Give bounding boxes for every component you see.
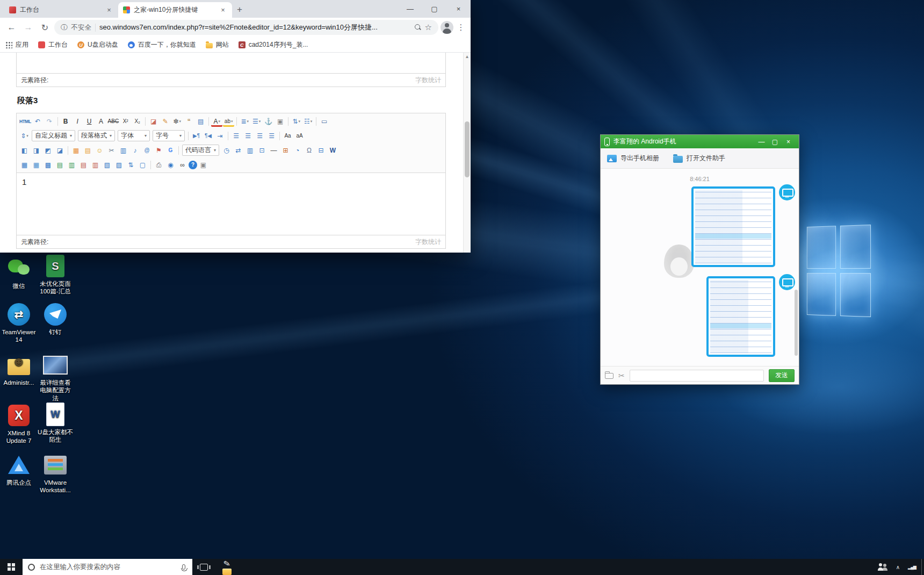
view-on-screen-badge-1[interactable] [779, 184, 795, 200]
to-lowercase-icon[interactable]: aA [294, 130, 305, 141]
table-border-icon[interactable]: ▢ [137, 159, 148, 170]
align-right-icon[interactable]: ☰ [254, 130, 265, 141]
shortcut-usb-doc[interactable]: U盘大家都不陌生 [38, 402, 73, 444]
reload-button[interactable]: ↻ [38, 20, 52, 35]
delete-row-icon[interactable]: ▤ [78, 159, 89, 170]
underline-icon[interactable]: U [84, 116, 95, 127]
window-maximize-button[interactable]: ▢ [422, 0, 446, 18]
merge-cells-icon[interactable]: ▧ [102, 159, 113, 170]
bullet-list-icon[interactable]: ☰ [251, 116, 262, 127]
shortcut-dingtalk[interactable]: 钉钉 [38, 302, 73, 336]
view-on-screen-badge-2[interactable] [779, 274, 795, 290]
show-desktop-button[interactable] [921, 559, 924, 575]
clock-icon[interactable]: ◔ [292, 145, 303, 156]
table-props-icon[interactable]: ▦ [31, 159, 42, 170]
superscript-icon[interactable]: X² [120, 116, 131, 127]
table-sort-icon[interactable]: ⇅ [125, 159, 136, 170]
clipboard-icon[interactable]: ▣ [275, 116, 286, 127]
blockquote-icon[interactable]: “ [183, 116, 194, 127]
tab-close-icon[interactable]: × [219, 6, 227, 14]
scrollbar-thumb[interactable] [465, 121, 470, 177]
send-file-icon[interactable] [605, 373, 613, 379]
shortcut-tencent-qidian[interactable]: 腾讯企点 [1, 452, 37, 486]
print-icon[interactable]: ⎙ [153, 159, 164, 170]
iframe-icon[interactable]: ⊡ [256, 145, 268, 156]
address-bar[interactable]: ⓘ 不安全 seo.windows7en.com/index.php?r=sit… [54, 20, 438, 35]
editor-content-area[interactable]: 1 [17, 173, 445, 235]
font-size-select[interactable]: 字号 [153, 130, 185, 141]
undo-icon[interactable]: ↶ [32, 116, 44, 127]
page-scrollbar[interactable]: ▲ [463, 53, 471, 253]
new-tab-button[interactable]: + [232, 2, 247, 17]
cell-props-icon[interactable]: ▩ [42, 159, 54, 170]
music-icon[interactable]: ♪ [129, 145, 141, 156]
preview-icon[interactable]: ◉ [165, 159, 176, 170]
screenshot-icon[interactable]: ✂ [106, 145, 117, 156]
date-icon[interactable]: ⊞ [280, 145, 291, 156]
tab-workbench[interactable]: 工作台 × [4, 2, 118, 18]
chat-scrollbar-thumb[interactable] [795, 290, 798, 356]
paste-icon[interactable]: ▣ [198, 159, 209, 170]
img-align-right-icon[interactable]: ◨ [31, 145, 42, 156]
font-family-select[interactable]: 字体 [118, 130, 150, 141]
align-justify-icon[interactable]: ☰ [266, 130, 277, 141]
search-input[interactable] [40, 563, 177, 571]
task-view-button[interactable] [192, 559, 215, 575]
align-left-icon[interactable]: ☰ [230, 130, 242, 141]
bookmark-workbench[interactable]: 工作台 [38, 40, 68, 49]
shortcut-administrator[interactable]: Administr... [1, 353, 37, 386]
info-icon[interactable]: ⓘ [61, 23, 68, 32]
attachment-icon[interactable]: @ [141, 145, 153, 156]
open-file-assistant-button[interactable]: 打开文件助手 [673, 154, 725, 163]
shortcut-vmware[interactable]: VMware Workstati... [38, 452, 73, 494]
char-style-icon[interactable]: A [96, 116, 107, 127]
bookmark-site-folder[interactable]: 网站 [206, 40, 229, 49]
horizontal-rule-icon[interactable]: — [268, 145, 279, 156]
image-manager-icon[interactable]: ▤ [82, 145, 93, 156]
help-icon[interactable]: ? [189, 161, 197, 169]
back-button[interactable]: ← [4, 20, 19, 35]
screenshot-scissors-icon[interactable]: ✂ [618, 371, 625, 380]
profile-avatar[interactable] [441, 21, 453, 34]
img-align-top-icon[interactable]: ◩ [42, 145, 54, 156]
shortcut-pc-config-doc[interactable]: 最详细查看电脑配置方法 [38, 353, 73, 402]
align-center-icon[interactable]: ☰ [242, 130, 254, 141]
distribute-icon[interactable]: ☷ [302, 116, 314, 127]
paragraph-format-select[interactable]: 段落格式 [78, 130, 115, 141]
spellcheck-icon[interactable]: ⇄ [233, 145, 244, 156]
split-cell-icon[interactable]: ▨ [113, 159, 125, 170]
assistant-maximize-button[interactable]: ▢ [768, 138, 782, 146]
forward-button[interactable]: → [21, 20, 35, 35]
indent-icon[interactable]: ⇥ [214, 130, 226, 141]
tray-people-icon[interactable] [878, 563, 888, 571]
eraser-icon[interactable]: ◪ [148, 116, 159, 127]
img-align-bottom-icon[interactable]: ◪ [54, 145, 66, 156]
window-close-button[interactable]: × [446, 0, 471, 18]
template-doc-icon[interactable]: ▤ [195, 116, 206, 127]
font-color-icon[interactable]: A [211, 116, 222, 127]
zoom-icon[interactable] [415, 24, 421, 31]
screenshot-thumbnail-1[interactable] [691, 186, 775, 267]
find-replace-icon[interactable]: ∞ [177, 159, 188, 170]
line-height-icon[interactable]: ⇕ [19, 130, 30, 141]
assistant-minimize-button[interactable]: — [755, 138, 768, 146]
custom-title-select[interactable]: 自定义标题 [32, 130, 75, 141]
tray-chevron-icon[interactable]: ∧ [896, 564, 900, 570]
subscript-icon[interactable]: X₂ [132, 116, 143, 127]
window-minimize-button[interactable]: — [398, 0, 422, 18]
special-char-icon[interactable]: Ω [304, 145, 315, 156]
insert-time-icon[interactable]: ◷ [221, 145, 232, 156]
assistant-close-button[interactable]: × [782, 138, 795, 146]
page-break-icon[interactable]: ⊟ [315, 145, 327, 156]
auto-typeset-icon[interactable]: ✽ [171, 116, 183, 127]
bookmark-cad[interactable]: cad2014序列号_装... [239, 40, 308, 49]
to-uppercase-icon[interactable]: Aa [282, 130, 293, 141]
italic-icon[interactable]: I [72, 116, 83, 127]
highlight-color-icon[interactable]: ab [223, 116, 234, 127]
microphone-icon[interactable] [182, 564, 185, 570]
dir-ltr-icon[interactable]: ▶¶ [191, 130, 202, 141]
book-template-icon[interactable]: ▥ [118, 145, 129, 156]
shortcut-teamviewer[interactable]: TeamViewer 14 [1, 302, 37, 344]
vertical-align-icon[interactable]: ⇅ [291, 116, 302, 127]
redo-icon[interactable]: ↷ [44, 116, 55, 127]
